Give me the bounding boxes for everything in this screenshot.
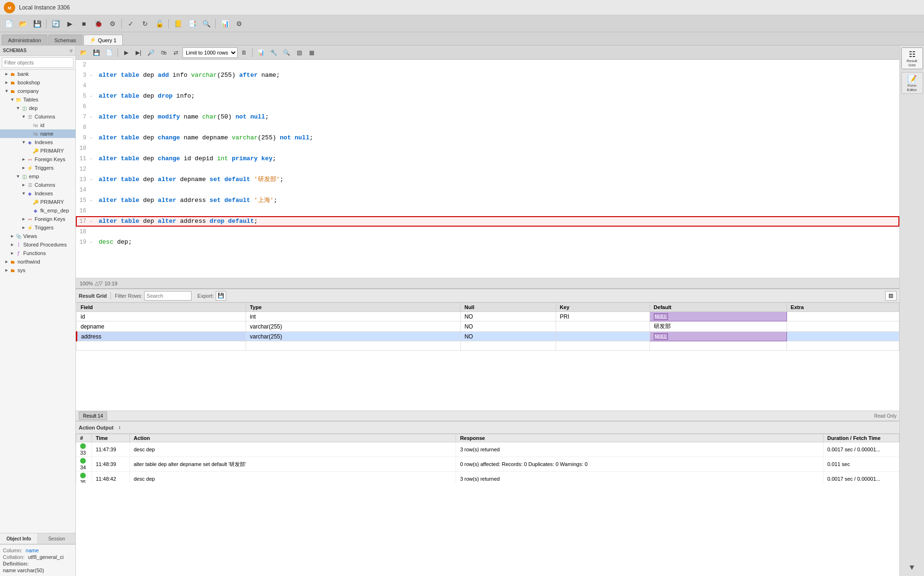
limit-apply-btn[interactable]: 🗎 (238, 47, 250, 58)
sidebar-toggle[interactable]: ▿ (70, 47, 73, 54)
refresh-btn[interactable]: 🔄 (49, 18, 62, 30)
table-row[interactable]: address varchar(255) NO NULL (77, 332, 899, 341)
action-expand-btn[interactable]: ↕ (115, 423, 124, 432)
editor-status: 100% △▽ 10:19 (76, 278, 899, 288)
export-btn[interactable]: 💾 (216, 291, 226, 301)
auto-commit-btn[interactable]: 🔓 (153, 18, 166, 30)
tree-item-emp-indexes[interactable]: ▼ ◆ Indexes (0, 189, 75, 198)
commit-btn[interactable]: ✓ (124, 18, 137, 30)
save-btn[interactable]: 💾 (30, 18, 44, 30)
debug-btn[interactable]: 🐞 (91, 18, 105, 30)
tree-item-bank[interactable]: ► 🖿 bank (0, 70, 75, 78)
action-col-duration[interactable]: Duration / Fetch Time (823, 434, 899, 442)
execute-btn[interactable]: ▶ (63, 18, 76, 30)
session-tab[interactable]: Session (38, 533, 75, 544)
results-grid[interactable]: Field Type Null Key Default Extra id int (76, 302, 899, 411)
new-tab-btn[interactable]: 📄 (103, 47, 115, 58)
tree-item-dep-fk[interactable]: ► ⇿ Foreign Keys (0, 155, 75, 164)
result-tabs-bar: Result 14 Read Only (76, 411, 899, 421)
tree-item-dep-indexes[interactable]: ▼ ◆ Indexes (0, 138, 75, 146)
tree-item-dep[interactable]: ▼ ◫ dep (0, 104, 75, 112)
tree-item-company[interactable]: ▼ 🖿 company (0, 87, 75, 95)
limit-select[interactable]: Limit to 1000 rowsDon't LimitLimit to 20… (183, 47, 238, 58)
tree-item-sys[interactable]: ► 🖿 sys (0, 266, 75, 274)
settings-btn[interactable]: ⚙ (232, 18, 246, 30)
rollback-btn[interactable]: ↻ (138, 18, 152, 30)
table-row[interactable]: depname varchar(255) NO 研发部 (77, 321, 899, 332)
column-icon: № (32, 130, 39, 137)
beautify-btn[interactable]: 🔧 (268, 47, 280, 58)
tree-item-northwind[interactable]: ► 🖿 northwind (0, 257, 75, 266)
toggle-editor-btn[interactable]: ▦ (306, 47, 317, 58)
action-col-time[interactable]: Time (92, 434, 130, 442)
tab-query1[interactable]: ⚡Query 1 (83, 35, 123, 45)
action-row-33[interactable]: 33 11:47:39 desc dep 3 row(s) returned 0… (76, 442, 899, 457)
stop-exec-btn[interactable]: 🛍 (158, 47, 169, 58)
toggle-grid-btn[interactable]: ▨ (885, 291, 897, 301)
schema-icon: 🖿 (9, 79, 16, 86)
tree-item-bookshop[interactable]: ► 🖿 bookshop (0, 78, 75, 87)
tree-item-emp-fk-emp-dep[interactable]: ◆ fk_emp_dep (0, 206, 75, 215)
open-file-btn[interactable]: 📂 (78, 47, 90, 58)
result-grid-label: ResultGrid (906, 59, 917, 67)
snippet-btn[interactable]: 📊 (255, 47, 267, 58)
col-header-default[interactable]: Default (650, 303, 787, 312)
save-script-btn[interactable]: 💾 (91, 47, 102, 58)
tree-item-emp-fk[interactable]: ► ⇿ Foreign Keys (0, 215, 75, 223)
tree-item-stored-procs[interactable]: ► ⏐ Stored Procedures (0, 240, 75, 249)
inspector-btn[interactable]: 🔍 (200, 18, 213, 30)
table-btn[interactable]: 📑 (185, 18, 199, 30)
tree-item-emp-columns[interactable]: ► ☰ Columns (0, 181, 75, 189)
action-col-num[interactable]: # (76, 434, 92, 442)
form-editor-btn[interactable]: 📝 FormEditor (901, 72, 923, 94)
tree-item-dep-col-name[interactable]: № name (0, 129, 75, 138)
tree-item-functions[interactable]: ► ƒ Functions (0, 249, 75, 257)
col-header-key[interactable]: Key (556, 303, 650, 312)
toggle-results-btn[interactable]: ▨ (293, 47, 305, 58)
find-btn[interactable]: 🔍 (281, 47, 293, 58)
col-header-type[interactable]: Type (246, 303, 460, 312)
filter-input[interactable] (2, 57, 73, 68)
tree-item-emp-primary[interactable]: 🔑 PRIMARY (0, 198, 75, 206)
action-row-35[interactable]: 35 11:48:42 desc dep 3 row(s) returned 0… (76, 472, 899, 483)
tab-administration[interactable]: Administration (2, 35, 47, 45)
table-row[interactable]: id int NO PRI NULL (77, 312, 899, 321)
action-row-34[interactable]: 34 11:48:39 alter table dep alter depnam… (76, 457, 899, 472)
stop-btn[interactable]: ■ (77, 18, 91, 30)
open-btn[interactable]: 📂 (16, 18, 29, 30)
toggle-btn[interactable]: ⇄ (170, 47, 182, 58)
expand-icon: ► (9, 242, 15, 247)
tree-item-emp[interactable]: ▼ ◫ emp (0, 172, 75, 181)
result-grid-btn[interactable]: ☷ ResultGrid (901, 47, 923, 69)
tree-item-views[interactable]: ► 📎 Views (0, 232, 75, 240)
action-col-action[interactable]: Action (130, 434, 456, 442)
cursor-position: 10:19 (104, 281, 118, 286)
snippet-btn[interactable]: 📊 (218, 18, 231, 30)
execute-btn[interactable]: ▶ (120, 47, 132, 58)
tree-item-dep-triggers[interactable]: ► ⚡ Triggers (0, 164, 75, 172)
tree-item-dep-col-id[interactable]: № id (0, 121, 75, 129)
code-editor[interactable]: 2 3 • alter table dep add info varchar(2… (76, 60, 899, 278)
code-line-15: 15 • alter table dep alter address set d… (76, 195, 899, 206)
explain-btn[interactable]: 🔎 (145, 47, 157, 58)
action-col-response[interactable]: Response (456, 434, 823, 442)
table-row[interactable] (77, 341, 899, 351)
col-header-null[interactable]: Null (460, 303, 556, 312)
tree-item-dep-primary[interactable]: 🔑 PRIMARY (0, 146, 75, 155)
scroll-down-btn[interactable]: ▼ (904, 561, 921, 574)
object-info-tab[interactable]: Object Info (0, 533, 38, 544)
tab-schemas[interactable]: Schemas (48, 35, 82, 45)
filter-search-input[interactable] (144, 291, 192, 301)
new-connection-btn[interactable]: 📄 (2, 18, 15, 30)
tree-item-dep-columns[interactable]: ▼ ☰ Columns (0, 112, 75, 121)
execute-current-btn[interactable]: ▶| (133, 47, 144, 58)
tree-item-emp-triggers[interactable]: ► ⚡ Triggers (0, 223, 75, 232)
tree-item-tables[interactable]: ▼ 📁 Tables (0, 95, 75, 104)
schema-btn[interactable]: 📒 (171, 18, 184, 30)
col-header-extra[interactable]: Extra (787, 303, 899, 312)
action-content[interactable]: # Time Action Response Duration / Fetch … (76, 434, 899, 483)
explain-btn[interactable]: ⚙ (106, 18, 119, 30)
result-tab-14[interactable]: Result 14 (79, 411, 107, 420)
schema-icon: 🖿 (9, 267, 16, 274)
col-header-field[interactable]: Field (77, 303, 246, 312)
